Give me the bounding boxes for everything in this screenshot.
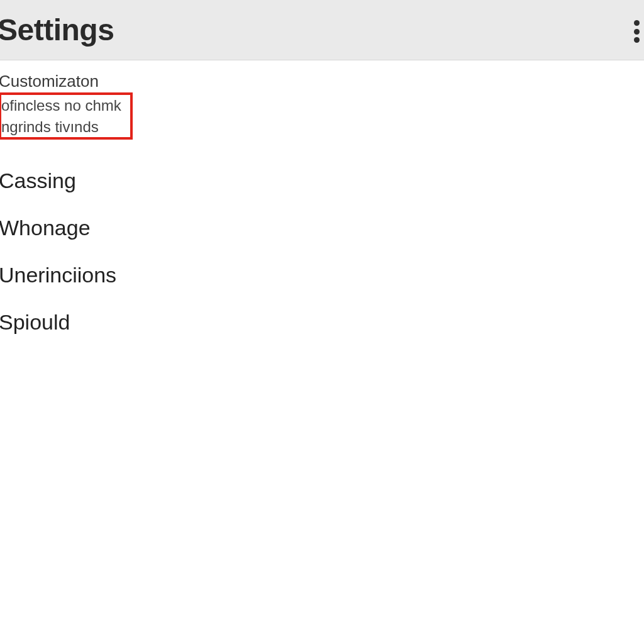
dot-icon [634, 29, 640, 35]
settings-content: Customizaton ofincless no chmk ngrinds t… [0, 60, 644, 346]
settings-item-spiould[interactable]: Spiould [0, 299, 644, 346]
more-vertical-icon[interactable] [629, 18, 644, 45]
customization-section: Customizaton ofincless no chmk ngrinds t… [0, 72, 644, 140]
app-header: Settings [0, 0, 644, 60]
customization-heading: Customizaton [0, 72, 644, 91]
highlighted-option[interactable]: ofincless no chmk ngrinds tivınds [0, 92, 133, 140]
dot-icon [634, 20, 640, 26]
highlight-text-line1: ofincless no chmk [1, 95, 121, 116]
highlight-text-line2: ngrinds tivınds [1, 116, 121, 138]
settings-item-whonage[interactable]: Whonage [0, 204, 644, 252]
settings-item-unerinciions[interactable]: Unerinciions [0, 252, 644, 299]
page-title: Settings [0, 13, 114, 47]
settings-item-cassing[interactable]: Cassing [0, 157, 644, 204]
dot-icon [634, 37, 640, 43]
settings-list: Cassing Whonage Unerinciions Spiould [0, 157, 644, 346]
